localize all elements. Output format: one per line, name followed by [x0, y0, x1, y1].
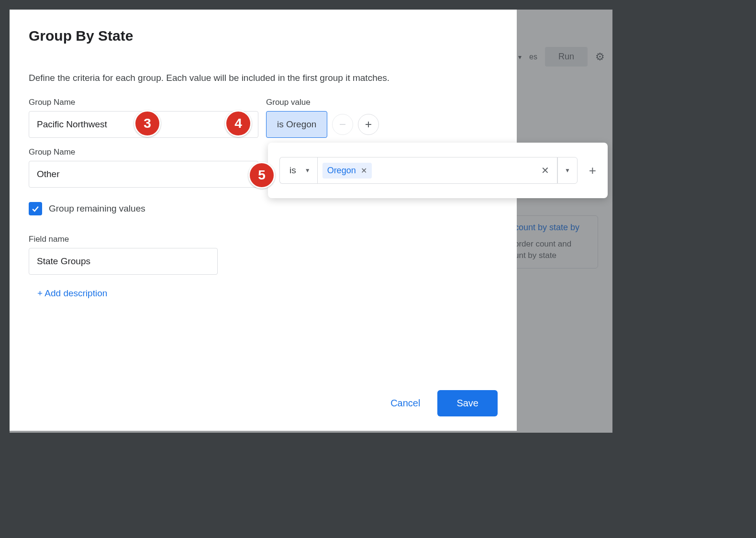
- dialog-title: Group By State: [29, 28, 498, 44]
- group-by-dialog: Group By State Define the criteria for e…: [10, 10, 517, 431]
- group-value-chip[interactable]: is Oregon: [266, 111, 327, 138]
- dialog-subtitle: Define the criteria for each group. Each…: [29, 73, 498, 83]
- remove-token-icon[interactable]: ✕: [361, 166, 367, 175]
- field-name-input[interactable]: [29, 248, 218, 275]
- filter-operator-text: is: [289, 165, 296, 176]
- add-filter-button[interactable]: [358, 114, 379, 135]
- group-remaining-label: Group remaining values: [49, 203, 145, 214]
- group-name-label: Group Name: [29, 98, 258, 107]
- add-filter-row-button[interactable]: +: [589, 163, 596, 178]
- save-button[interactable]: Save: [437, 390, 498, 416]
- field-name-label: Field name: [29, 235, 218, 244]
- group-remaining-checkbox[interactable]: [29, 202, 42, 215]
- annotation-badge-5: 5: [248, 162, 275, 189]
- add-description-link[interactable]: + Add description: [37, 288, 498, 299]
- minus-icon: [338, 120, 347, 129]
- group-name-input-2[interactable]: [29, 161, 258, 188]
- group-remaining-checkbox-row: Group remaining values: [29, 202, 498, 215]
- caret-down-icon: ▼: [305, 167, 311, 174]
- filter-token-text: Oregon: [327, 166, 356, 176]
- filter-more-select[interactable]: ▼: [557, 157, 578, 184]
- dialog-footer: Cancel Save: [29, 390, 498, 416]
- clear-filter-icon[interactable]: ✕: [538, 165, 552, 176]
- filter-operator-select[interactable]: is ▼: [279, 157, 317, 184]
- annotation-badge-3: 3: [134, 110, 161, 137]
- filter-values-input[interactable]: Oregon ✕ ✕: [317, 157, 557, 184]
- caret-down-icon: ▼: [565, 167, 570, 174]
- filter-token: Oregon ✕: [322, 163, 372, 179]
- group-row-1: Group Name Group value is Oregon: [29, 98, 498, 138]
- group-name-label-2: Group Name: [29, 147, 258, 157]
- remove-filter-button: [332, 114, 353, 135]
- annotation-badge-4: 4: [225, 110, 252, 137]
- cancel-button[interactable]: Cancel: [390, 398, 420, 409]
- plus-icon: [364, 120, 373, 129]
- filter-popover: is ▼ Oregon ✕ ✕ ▼ +: [268, 143, 608, 198]
- group-value-label: Group value: [266, 98, 498, 107]
- checkmark-icon: [31, 204, 40, 213]
- field-name-section: Field name: [29, 235, 218, 275]
